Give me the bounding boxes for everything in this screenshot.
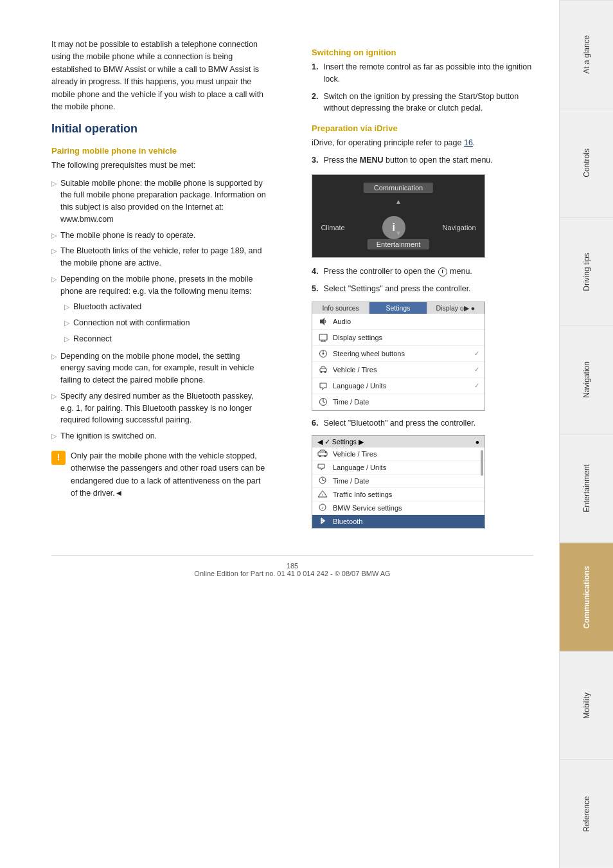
list-item: ▷ Connection not with confirmation bbox=[64, 317, 267, 329]
info-icon: i bbox=[438, 267, 447, 276]
footer-text: Online Edition for Part no. 01 41 0 014 … bbox=[194, 570, 390, 577]
bt-vehicle-icon bbox=[317, 449, 329, 458]
page-footer: 185 Online Edition for Part no. 01 41 0 … bbox=[51, 555, 533, 577]
bt-header-dot: ● bbox=[475, 438, 479, 446]
prerequisites-list: ▷ Suitable mobile phone: the mobile phon… bbox=[51, 177, 267, 442]
menu-screenshot: Communication ▲ Climate i Navigation ▼ E… bbox=[312, 174, 485, 258]
right-column: Switching on ignition 1. Insert the remo… bbox=[305, 39, 533, 536]
svg-rect-1 bbox=[319, 334, 327, 340]
step-3: 3. Press the MENU button to open the sta… bbox=[312, 154, 533, 167]
bt-time-icon bbox=[317, 476, 329, 485]
sidebar-tab-entertainment[interactable]: Entertainment bbox=[560, 434, 613, 543]
bt-item-language: Language / Units bbox=[312, 461, 484, 475]
svg-marker-0 bbox=[320, 318, 324, 325]
list-item: ▷ The ignition is switched on. bbox=[51, 430, 267, 442]
bt-bluetooth-label: Bluetooth bbox=[333, 518, 362, 525]
language-label: Language / Units bbox=[333, 382, 386, 390]
tab-settings[interactable]: Settings bbox=[369, 302, 427, 314]
sidebar-tab-driving-tips[interactable]: Driving tips bbox=[560, 217, 613, 326]
bt-header-nav: ◀ ✓ Settings ▶ bbox=[317, 438, 364, 446]
sidebar-tab-at-a-glance[interactable]: At a glance bbox=[560, 0, 613, 109]
list-item: ▷ Depending on the mobile phone, presets… bbox=[51, 273, 267, 298]
idrive-steps: 3. Press the MENU button to open the sta… bbox=[312, 154, 533, 167]
checkmark: ✓ bbox=[474, 382, 479, 389]
tab-info-sources[interactable]: Info sources bbox=[312, 302, 369, 314]
bt-vehicle-label: Vehicle / Tires bbox=[333, 450, 377, 458]
sidebar-tab-controls[interactable]: Controls bbox=[560, 109, 613, 217]
settings-item-time: Time / Date bbox=[312, 394, 484, 410]
svg-point-6 bbox=[323, 352, 324, 354]
warning-text: Only pair the mobile phone with the vehi… bbox=[71, 450, 267, 500]
page-link-16[interactable]: 16 bbox=[464, 138, 473, 147]
settings-tabs: Info sources Settings Display o▶ ● bbox=[312, 302, 484, 314]
warning-icon: ! bbox=[51, 451, 66, 465]
bluetooth-header: ◀ ✓ Settings ▶ ● bbox=[312, 436, 484, 448]
page-number: 185 bbox=[287, 562, 298, 570]
time-label: Time / Date bbox=[333, 398, 369, 406]
arrow-icon: ▷ bbox=[51, 391, 57, 402]
steering-label: Steering wheel buttons bbox=[333, 350, 405, 357]
bt-bluetooth-icon bbox=[317, 517, 329, 526]
bt-item-time: Time / Date bbox=[312, 475, 484, 488]
list-item: ▷ The mobile phone is ready to operate. bbox=[51, 230, 267, 242]
list-item: ▷ Reconnect bbox=[64, 333, 267, 345]
menu-climate-label: Climate bbox=[321, 224, 344, 231]
bt-bmw-icon: ✓ bbox=[317, 503, 329, 512]
audio-label: Audio bbox=[333, 318, 351, 325]
step-6: 6. Select "Bluetooth" and press the cont… bbox=[312, 417, 533, 429]
arrow-icon: ▷ bbox=[64, 302, 69, 312]
settings-item-steering: Steering wheel buttons ✓ bbox=[312, 346, 484, 362]
step-2-text: Switch on the ignition by pressing the S… bbox=[323, 91, 533, 115]
vehicle-icon bbox=[317, 364, 329, 375]
list-item: ▷ Depending on the mobile phone model, t… bbox=[51, 350, 267, 386]
arrow-icon: ▷ bbox=[51, 431, 57, 442]
settings-item-vehicle: Vehicle / Tires ✓ bbox=[312, 362, 484, 378]
tab-display[interactable]: Display o▶ ● bbox=[427, 302, 484, 314]
step-1: 1. Insert the remote control as far as p… bbox=[312, 61, 533, 86]
bluetooth-screenshot: ◀ ✓ Settings ▶ ● Vehicle / Tires Langu bbox=[312, 435, 485, 529]
bt-item-bluetooth: Bluetooth bbox=[312, 515, 484, 529]
bt-time-label: Time / Date bbox=[333, 477, 369, 485]
prep-idrive-title: Preparation via iDrive bbox=[312, 123, 533, 133]
checkmark: ✓ bbox=[474, 366, 479, 373]
list-item: ▷ Specify any desired number as the Blue… bbox=[51, 390, 267, 426]
list-item: ▷ Bluetooth activated bbox=[64, 301, 267, 313]
sub-list: ▷ Bluetooth activated ▷ Connection not w… bbox=[64, 301, 267, 345]
sidebar-tab-communications[interactable]: Communications bbox=[560, 543, 613, 651]
sidebar-tab-navigation[interactable]: Navigation bbox=[560, 325, 613, 434]
warning-box: ! Only pair the mobile phone with the ve… bbox=[51, 450, 267, 500]
step-2: 2. Switch on the ignition by pressing th… bbox=[312, 91, 533, 115]
sidebar-tab-mobility[interactable]: Mobility bbox=[560, 651, 613, 760]
step-5-text: Select "Settings" and press the controll… bbox=[323, 283, 470, 295]
svg-point-9 bbox=[321, 371, 323, 373]
settings-item-display: Display settings bbox=[312, 330, 484, 346]
list-item: ▷ Suitable mobile phone: the mobile phon… bbox=[51, 177, 267, 226]
bt-item-bmw: ✓ BMW Service settings bbox=[312, 502, 484, 515]
settings-item-audio: Audio bbox=[312, 314, 484, 330]
idrive-steps-cont: 4. Press the controller to open the i me… bbox=[312, 266, 533, 295]
arrow-icon: ▷ bbox=[51, 178, 57, 189]
arrow-icon: ▷ bbox=[51, 246, 57, 257]
menu-arrow-down: ▼ bbox=[395, 230, 402, 237]
bt-bmw-label: BMW Service settings bbox=[333, 504, 402, 512]
svg-line-20 bbox=[323, 480, 324, 481]
bt-traffic-icon: ! bbox=[317, 490, 329, 499]
list-item: ▷ The Bluetooth links of the vehicle, re… bbox=[51, 245, 267, 269]
bt-language-label: Language / Units bbox=[333, 464, 386, 471]
arrow-icon: ▷ bbox=[51, 274, 57, 285]
left-column: It may not be possible to establish a te… bbox=[51, 39, 280, 507]
sidebar-tab-reference[interactable]: Reference bbox=[560, 759, 613, 868]
svg-text:!: ! bbox=[322, 493, 323, 497]
switching-on-title: Switching on ignition bbox=[312, 48, 533, 57]
time-icon bbox=[317, 396, 329, 408]
menu-center-circle: i bbox=[382, 216, 405, 239]
settings-item-language: Language / Units ✓ bbox=[312, 378, 484, 394]
svg-line-13 bbox=[323, 402, 325, 402]
bt-item-traffic: ! Traffic Info settings bbox=[312, 488, 484, 502]
prerequisites-intro: The following prerequisites must be met: bbox=[51, 159, 267, 172]
checkmark: ✓ bbox=[474, 350, 479, 357]
bt-language-icon bbox=[317, 463, 329, 472]
step-4-text: Press the controller to open the i menu. bbox=[323, 266, 472, 278]
settings-screenshot: Info sources Settings Display o▶ ● Audio bbox=[312, 302, 485, 411]
svg-point-16 bbox=[324, 455, 326, 457]
